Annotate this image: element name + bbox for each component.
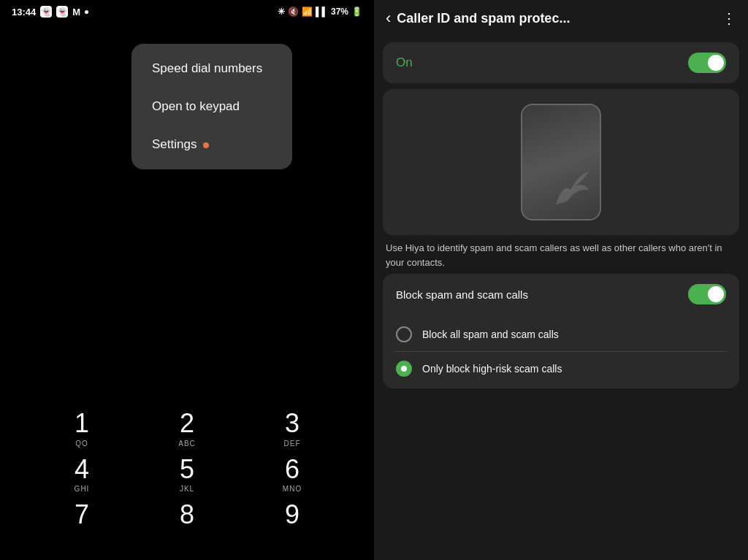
context-menu: Speed dial numbers Open to keypad Settin… — [131, 44, 292, 169]
bluetooth-icon: ✳ — [278, 7, 285, 17]
settings-notification-dot — [203, 142, 209, 148]
block-spam-row: Block spam and scam calls — [383, 274, 739, 315]
status-left: 13:44 👻 👻 M — [12, 6, 88, 18]
phone-preview — [521, 104, 601, 220]
back-button[interactable]: ‹ — [386, 9, 391, 28]
radio-label-block-high-risk: Only block high-risk scam calls — [422, 363, 562, 375]
status-bar: 13:44 👻 👻 M ✳ 🔇 📶 ▌▌ 37% 🔋 — [0, 0, 374, 23]
dot-icon — [85, 10, 88, 14]
dialpad-row-1: 1 QO 2 ABC 3 DEF — [29, 409, 345, 448]
gmail-icon: M — [72, 7, 80, 18]
key-8[interactable]: 8 — [158, 500, 216, 531]
on-toggle-switch[interactable] — [688, 53, 726, 73]
key-3[interactable]: 3 DEF — [263, 409, 321, 448]
on-label: On — [396, 55, 413, 70]
open-keypad-menu-item[interactable]: Open to keypad — [131, 88, 292, 126]
radio-circle-block-all — [396, 326, 412, 342]
key-6[interactable]: 6 MNO — [263, 455, 321, 494]
dialpad-row-3: 7 8 9 — [29, 500, 345, 531]
radio-options-section: Block all spam and scam calls Only block… — [383, 315, 739, 388]
left-panel: 13:44 👻 👻 M ✳ 🔇 📶 ▌▌ 37% 🔋 Speed dial nu… — [0, 0, 374, 560]
more-options-button[interactable]: ⋮ — [722, 9, 736, 27]
battery-display: 37% — [331, 7, 348, 17]
time-display: 13:44 — [12, 7, 36, 18]
wifi-icon: 📶 — [302, 7, 313, 17]
signal-icon: ▌▌ — [316, 7, 328, 17]
speed-dial-menu-item[interactable]: Speed dial numbers — [131, 50, 292, 88]
volume-icon: 🔇 — [288, 7, 299, 17]
snapchat-icon: 👻 — [40, 6, 52, 18]
radio-circle-block-high-risk — [396, 361, 412, 377]
block-spam-label: Block spam and scam calls — [396, 288, 528, 301]
dialpad-row-2: 4 GHI 5 JKL 6 MNO — [29, 455, 345, 494]
settings-menu-item[interactable]: Settings — [131, 126, 292, 164]
key-1[interactable]: 1 QO — [53, 409, 111, 448]
dialpad: 1 QO 2 ABC 3 DEF 4 GHI 5 JKL 6 — [0, 409, 374, 538]
key-9[interactable]: 9 — [263, 500, 321, 531]
right-header: ‹ Caller ID and spam protec... ⋮ — [374, 0, 748, 37]
key-5[interactable]: 5 JKL — [158, 455, 216, 494]
radio-block-all[interactable]: Block all spam and scam calls — [383, 318, 739, 351]
on-toggle-row: On — [383, 42, 739, 83]
radio-block-high-risk[interactable]: Only block high-risk scam calls — [383, 352, 739, 386]
block-spam-toggle[interactable] — [688, 284, 726, 304]
status-right: ✳ 🔇 📶 ▌▌ 37% 🔋 — [278, 7, 362, 17]
page-title: Caller ID and spam protec... — [397, 11, 716, 26]
key-2[interactable]: 2 ABC — [158, 409, 216, 448]
preview-box — [383, 89, 739, 235]
snapchat2-icon: 👻 — [56, 6, 68, 18]
key-7[interactable]: 7 — [53, 500, 111, 531]
bird-silhouette-icon — [549, 168, 592, 212]
key-4[interactable]: 4 GHI — [53, 455, 111, 494]
right-panel: ‹ Caller ID and spam protec... ⋮ On Use … — [374, 0, 748, 560]
battery-icon: 🔋 — [351, 7, 362, 17]
radio-label-block-all: Block all spam and scam calls — [422, 329, 559, 340]
description-text: Use Hiya to identify spam and scam calle… — [386, 241, 736, 269]
